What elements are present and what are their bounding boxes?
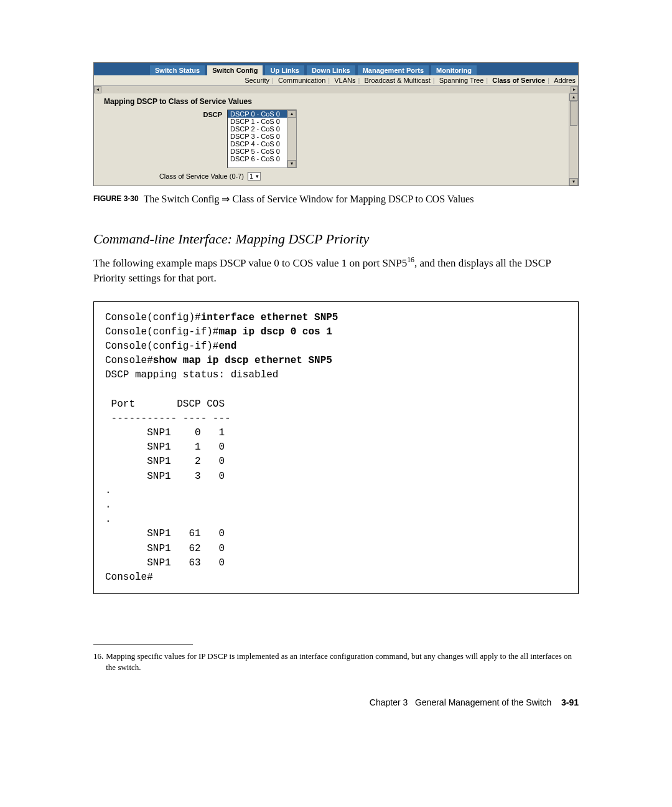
- footnote: 16. Mapping specific values for IP DSCP …: [93, 651, 579, 672]
- scroll-left-icon[interactable]: ◂: [94, 86, 101, 93]
- tab-switch-status[interactable]: Switch Status: [150, 65, 205, 75]
- tab-up-links[interactable]: Up Links: [265, 65, 304, 75]
- listbox-scroll-down-icon[interactable]: ▾: [287, 160, 296, 168]
- subtab-address[interactable]: Addres: [551, 77, 578, 84]
- footnote-number: 16.: [93, 651, 106, 672]
- body-paragraph: The following example maps DSCP value 0 …: [93, 255, 579, 286]
- scroll-thumb[interactable]: [570, 101, 577, 126]
- dscp-option-2[interactable]: DSCP 2 - CoS 0: [228, 125, 296, 133]
- cos-select[interactable]: 1 ▾: [248, 172, 261, 181]
- switch-config-screenshot: Switch Status Switch Config Up Links Dow…: [93, 62, 579, 186]
- dscp-option-4[interactable]: DSCP 4 - CoS 0: [228, 140, 296, 148]
- cos-label: Class of Service Value (0-7): [104, 172, 248, 180]
- subtab-vlans[interactable]: VLANs: [332, 77, 358, 84]
- scroll-down-icon[interactable]: ▾: [569, 178, 578, 186]
- dscp-option-3[interactable]: DSCP 3 - CoS 0: [228, 133, 296, 140]
- subtab-communication[interactable]: Communication: [276, 77, 328, 84]
- figure-number: FIGURE 3-30: [93, 192, 144, 206]
- page-footer: Chapter 3 General Management of the Swit…: [93, 697, 579, 707]
- dscp-option-0[interactable]: DSCP 0 - CoS 0: [228, 110, 296, 118]
- vertical-scrollbar[interactable]: ▴ ▾: [569, 93, 578, 186]
- listbox-scrollbar[interactable]: ▴ ▾: [287, 110, 296, 168]
- footnote-text: Mapping specific values for IP DSCP is i…: [106, 651, 579, 672]
- chevron-down-icon: ▾: [256, 173, 259, 179]
- tab-down-links[interactable]: Down Links: [307, 65, 355, 75]
- cli-heading: Command-line Interface: Mapping DSCP Pri…: [93, 231, 579, 247]
- dscp-option-6[interactable]: DSCP 6 - CoS 0: [228, 155, 296, 163]
- subtab-spanning-tree[interactable]: Spanning Tree: [437, 77, 487, 84]
- cos-value: 1: [250, 172, 253, 180]
- footnote-ref: 16: [407, 255, 414, 264]
- tab-monitoring[interactable]: Monitoring: [431, 65, 477, 75]
- dscp-option-5[interactable]: DSCP 5 - CoS 0: [228, 148, 296, 155]
- dscp-listbox[interactable]: DSCP 0 - CoS 0 DSCP 1 - CoS 0 DSCP 2 - C…: [227, 110, 297, 168]
- footer-page-number: 3-91: [561, 697, 579, 707]
- figure-text: The Switch Config ⇒ Class of Service Win…: [144, 192, 474, 206]
- horizontal-scrollbar[interactable]: ◂ ▸: [94, 85, 578, 93]
- figure-caption: FIGURE 3-30 The Switch Config ⇒ Class of…: [93, 192, 579, 206]
- subtab-broadcast[interactable]: Broadcast & Multicast: [362, 77, 432, 84]
- section-title: Mapping DSCP to Class of Service Values: [104, 97, 568, 106]
- dscp-option-1[interactable]: DSCP 1 - CoS 0: [228, 118, 296, 125]
- tab-management-ports[interactable]: Management Ports: [358, 65, 429, 75]
- code-block: Console(config)#interface ethernet SNP5 …: [93, 301, 579, 595]
- content-area: ▴ ▾ Mapping DSCP to Class of Service Val…: [94, 93, 578, 186]
- scroll-up-icon[interactable]: ▴: [569, 93, 578, 101]
- subtab-security[interactable]: Security: [242, 77, 272, 84]
- sub-tabs: Security| Communication| VLANs| Broadcas…: [94, 75, 578, 85]
- listbox-scroll-up-icon[interactable]: ▴: [287, 110, 296, 118]
- footnote-rule: [93, 644, 193, 644]
- subtab-class-of-service[interactable]: Class of Service: [490, 77, 548, 84]
- footer-title: General Management of the Switch: [415, 697, 551, 707]
- footer-chapter: Chapter 3: [370, 697, 408, 707]
- scroll-right-icon[interactable]: ▸: [571, 86, 578, 93]
- dscp-label: DSCP: [104, 110, 227, 118]
- main-tabs: Switch Status Switch Config Up Links Dow…: [94, 63, 578, 75]
- tab-switch-config[interactable]: Switch Config: [207, 65, 263, 75]
